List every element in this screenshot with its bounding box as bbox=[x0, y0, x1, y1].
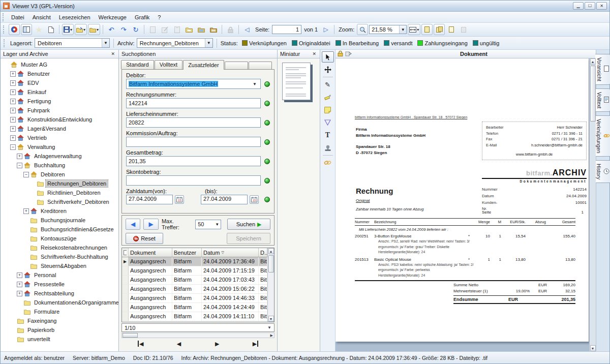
tree-item[interactable]: Steuern&Abgaben bbox=[2, 261, 118, 270]
chevron-down-icon[interactable]: ▼ bbox=[267, 325, 271, 330]
menu-item-grafik[interactable]: Grafik bbox=[131, 13, 154, 22]
full-page-button[interactable] bbox=[446, 24, 457, 35]
tree-item[interactable]: −Debitoren bbox=[2, 170, 118, 179]
chevron-down-icon[interactable]: ▼ bbox=[251, 82, 258, 86]
note-tool[interactable] bbox=[322, 104, 334, 115]
zoom-combobox[interactable]: 21,58 % ▼ bbox=[369, 25, 407, 34]
text-tool[interactable]: T bbox=[322, 130, 334, 141]
page-thumbnail[interactable] bbox=[282, 63, 311, 100]
prev-record-button[interactable]: ◀ bbox=[162, 341, 196, 347]
edit-page-button[interactable] bbox=[159, 24, 170, 35]
collapse-icon[interactable]: − bbox=[10, 144, 16, 150]
gesamtbetrag-input[interactable]: 201,35 bbox=[126, 156, 261, 166]
tree-item[interactable]: −Buchhaltung bbox=[2, 161, 118, 170]
close-icon[interactable]: ✕ bbox=[311, 51, 317, 56]
calendar-icon[interactable]: 15 bbox=[250, 195, 259, 204]
rotate-left-button[interactable]: ↶ bbox=[106, 24, 117, 35]
copy-page-button[interactable] bbox=[147, 24, 158, 35]
pan-tool[interactable] bbox=[322, 64, 334, 75]
menu-item-werkzeuge[interactable]: Werkzeuge bbox=[95, 13, 131, 22]
forward-document-icon[interactable] bbox=[345, 51, 352, 57]
zahldatum-von-input[interactable]: 27.04.2009 bbox=[126, 195, 173, 204]
max-treffer-combobox[interactable]: 50 ▼ bbox=[195, 220, 221, 229]
favorite-button[interactable] bbox=[33, 24, 44, 35]
expand-icon[interactable]: + bbox=[17, 154, 22, 159]
results-column-header[interactable]: D... bbox=[259, 248, 267, 257]
results-column-header[interactable]: Dokument bbox=[129, 248, 172, 257]
tree-item[interactable]: +Fertigung bbox=[2, 97, 118, 106]
close-button[interactable]: ✕ bbox=[596, 2, 607, 10]
lock-icon[interactable] bbox=[338, 50, 343, 57]
lieferscheinnummer-input[interactable]: 20822 bbox=[126, 117, 261, 128]
debitor-input[interactable]: Bitfarm Informationssysteme GmbH▼ bbox=[126, 79, 261, 89]
tree-item[interactable]: Reisekostenabrechnungen bbox=[2, 243, 118, 252]
results-horizontal-scrollbar[interactable]: ▶ bbox=[121, 332, 274, 338]
table-row[interactable]: AusgangsrechBitfarm24.04.2009 14:11:10Bi… bbox=[122, 312, 267, 321]
tree-item[interactable]: Faxeingang bbox=[2, 316, 118, 325]
scroll-up-icon[interactable]: ▲ bbox=[590, 58, 596, 65]
home-button[interactable] bbox=[9, 24, 20, 35]
tree-item[interactable]: +Einkauf bbox=[2, 87, 118, 97]
expand-icon[interactable]: + bbox=[10, 80, 16, 86]
scroll-up-icon[interactable]: ▲ bbox=[268, 248, 274, 254]
tree-item[interactable]: unverteilt bbox=[2, 335, 118, 344]
expand-icon[interactable]: + bbox=[10, 108, 16, 113]
close-icon[interactable]: ✕ bbox=[110, 51, 116, 56]
last-record-button[interactable]: ▶ bbox=[238, 341, 272, 347]
expand-icon[interactable]: + bbox=[10, 99, 16, 104]
collapse-icon[interactable]: − bbox=[17, 163, 22, 168]
scrollbar-thumb[interactable] bbox=[590, 66, 596, 122]
tab-voransicht[interactable]: Voransicht bbox=[595, 54, 610, 85]
tree-item[interactable]: Schriftverkehr_Debitoren bbox=[2, 197, 118, 206]
table-row[interactable]: AusgangsrechBitfarm24.04.2009 17:15:19Bi… bbox=[122, 266, 267, 276]
import-button[interactable]: ▾ bbox=[88, 24, 100, 35]
tab-history[interactable]: History bbox=[595, 160, 610, 183]
expand-icon[interactable]: + bbox=[17, 282, 22, 287]
tree-item[interactable]: +Fuhrpark bbox=[2, 106, 118, 115]
results-column-header[interactable]: Datum▽ bbox=[202, 248, 259, 257]
suchen-button[interactable]: Suchen▶ bbox=[227, 219, 270, 230]
tree-item[interactable]: +Konstruktion&Entwicklung bbox=[2, 115, 118, 124]
kommissionauftrag-input[interactable] bbox=[126, 137, 261, 147]
fit-width-button[interactable]: ▾ bbox=[408, 24, 420, 35]
menu-item-datei[interactable]: Datei bbox=[7, 13, 28, 22]
tree-item[interactable]: +Rechtsabteilung bbox=[2, 289, 118, 298]
tree-item[interactable]: Muster AG bbox=[2, 60, 118, 69]
tree-item[interactable]: −Verwaltung bbox=[2, 142, 118, 151]
scrollbar-thumb[interactable] bbox=[123, 333, 138, 338]
tree-item[interactable]: Richtlinien_Debitoren bbox=[2, 188, 118, 197]
table-row[interactable]: ▶AusgangsrechBitfarm24.04.2009 17:36:49B… bbox=[122, 257, 267, 266]
prev-page-button[interactable]: ◁ bbox=[241, 24, 253, 35]
tree-item[interactable]: Dokumentationen&Organigramme bbox=[2, 298, 118, 307]
checkin-folder-button[interactable] bbox=[196, 24, 207, 35]
paste-page-button[interactable] bbox=[171, 24, 182, 35]
calendar-icon[interactable]: 15 bbox=[175, 195, 184, 204]
archive-folder-button[interactable] bbox=[208, 24, 219, 35]
expand-icon[interactable]: + bbox=[10, 126, 16, 132]
lagerort-combobox[interactable]: Debitoren ▼ bbox=[35, 38, 110, 48]
new-document-button[interactable] bbox=[45, 24, 56, 35]
scroll-right-icon[interactable]: ▶ bbox=[270, 333, 274, 338]
tab-volltext[interactable]: Volltext bbox=[155, 60, 182, 69]
result-prev-button[interactable]: ◀ bbox=[126, 219, 140, 230]
zoom-tool-button[interactable] bbox=[357, 24, 368, 35]
tree-item[interactable]: +Vertrieb bbox=[2, 133, 118, 142]
tab-verknüpfungen[interactable]: Verknüpfungen bbox=[595, 115, 610, 157]
expand-icon[interactable]: + bbox=[17, 272, 22, 278]
tree-item[interactable]: Kontoauszüge bbox=[2, 234, 118, 243]
speichern-button[interactable]: Speichern bbox=[227, 233, 270, 244]
tree-item[interactable]: Schriftverkehr-Buchhaltung bbox=[2, 252, 118, 261]
save-button[interactable]: ▾ bbox=[62, 24, 74, 35]
pen-tool[interactable]: ✎ bbox=[322, 79, 334, 90]
tree-item[interactable]: Papierkorb bbox=[2, 325, 118, 335]
rotate-180-button[interactable]: ↻ bbox=[130, 24, 141, 35]
tab-standard[interactable]: Standard bbox=[121, 60, 154, 69]
tree-item[interactable]: Buchungsjournale bbox=[2, 216, 118, 225]
next-page-button[interactable]: ▷ bbox=[320, 24, 331, 35]
fit-page-button[interactable] bbox=[421, 24, 433, 35]
result-next-button[interactable]: ▶ bbox=[143, 219, 158, 230]
results-vertical-scrollbar[interactable]: ▲ ▼ bbox=[267, 248, 274, 322]
maximize-button[interactable]: ☐ bbox=[585, 2, 595, 10]
rechnungsnummer-input[interactable]: 142214 bbox=[126, 98, 261, 108]
table-row[interactable]: AusgangsrechBitfarm24.04.2009 14:46:33Bi… bbox=[122, 294, 267, 303]
